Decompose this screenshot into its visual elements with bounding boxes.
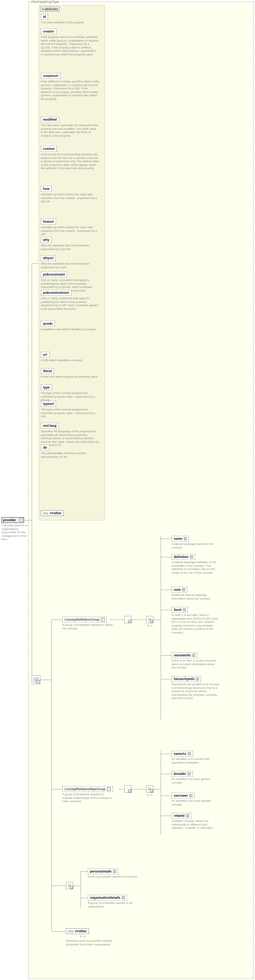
elem-desc: A link to an item or a web resource whic…: [171, 659, 219, 670]
elem-desc: An identifier of a concept with equivale…: [171, 757, 219, 764]
attr-desc: If the attribute is empty, specifies whi…: [41, 80, 99, 101]
provider-desc: The party (person or organisation) respo…: [2, 524, 31, 541]
attr-name[interactable]: uri: [41, 352, 49, 358]
attr-name[interactable]: howuri: [41, 219, 56, 224]
attr-name[interactable]: creator: [41, 29, 57, 34]
elem-desc: A natural language name for the concept.: [171, 542, 219, 549]
attr-desc: If the property value is not defined, sp…: [41, 35, 99, 56]
attr-name[interactable]: type: [41, 385, 52, 390]
connector: [154, 789, 161, 789]
cardinality: 0..∞: [80, 935, 86, 938]
attr-dir: dir The directionality of textual conten…: [41, 445, 99, 458]
elem-desc: A set of properties specific to a person: [88, 875, 139, 879]
attr-desc: The local identifier of the property.: [41, 21, 99, 24]
connector: [51, 789, 62, 789]
attr-qcode: qcode A qualified code which identifies …: [41, 321, 99, 331]
connector: [51, 620, 52, 931]
attr-desc: Why the metadata has been included - exp…: [41, 262, 99, 269]
elem-desc: A natural language definition of the sem…: [171, 560, 219, 574]
any-attribute[interactable]: any##other: [41, 510, 64, 516]
elem-desc: An identifier of a more generic concept.: [171, 777, 219, 784]
connector: [51, 620, 62, 620]
attr-name[interactable]: pubconstraint: [41, 272, 67, 277]
attr-id: id The local identifier of the property.: [41, 14, 99, 24]
elem-name[interactable]: name+: [171, 536, 189, 542]
connector: [81, 871, 81, 907]
attr-name[interactable]: typeuri: [41, 401, 56, 407]
attr-literal: literal A free-text value assigned as pr…: [41, 368, 99, 379]
attr-creator: creator If the property value is not def…: [41, 29, 99, 56]
provider-element[interactable]: provider: [2, 517, 24, 523]
attr-desc: The date (and, optionally, the time) whe…: [41, 124, 99, 137]
attr-how: how Indicates by which means the value w…: [41, 186, 99, 204]
cardinality: 0..∞: [147, 794, 153, 797]
cardinality: 0..∞: [147, 624, 153, 627]
connector: [32, 264, 39, 264]
connector: [51, 931, 66, 932]
elem-broader[interactable]: broader+: [171, 771, 193, 776]
attr-name[interactable]: custom: [41, 146, 57, 152]
attr-name[interactable]: literal: [41, 368, 54, 374]
cdg-choice[interactable]: [146, 616, 154, 623]
cdg-sequence[interactable]: [124, 616, 131, 623]
attr-name[interactable]: pubconstrainturi: [41, 290, 71, 296]
attr-name[interactable]: qcode: [41, 321, 55, 326]
elem-remoteInfo[interactable]: remoteInfo+: [171, 652, 198, 658]
crg-sequence[interactable]: [124, 785, 131, 793]
attr-desc: Indicates by which means the value was e…: [41, 193, 99, 204]
elem-desc: A related concept, where the relationshi…: [171, 819, 219, 830]
crg-choice[interactable]: [146, 785, 154, 793]
elem-desc: An identifier of a more specific concept…: [171, 799, 219, 806]
attr-desc: If set to true the corresponding propert…: [41, 153, 99, 170]
concept-relationships-group[interactable]: ConceptRelationshipsGroup: [62, 786, 113, 792]
elem-sameAs[interactable]: sameAs+: [171, 751, 193, 757]
elem-related[interactable]: related+: [171, 813, 191, 819]
elem-hierarchyInfo[interactable]: hierarchyInfo+: [171, 676, 201, 682]
attr-name[interactable]: dir: [41, 445, 49, 450]
elem-desc: In NAR 1.8 and later, facet is deprecate…: [171, 613, 219, 635]
connector: [131, 620, 146, 620]
elem-narrower[interactable]: narrower+: [171, 793, 195, 799]
attr-custom: custom If set to true the corresponding …: [41, 146, 99, 170]
connector: [73, 886, 81, 886]
elem-desc: Additional natural language information …: [171, 593, 219, 600]
details-choice[interactable]: [66, 882, 73, 889]
attr-xml:lang: xml:lang Specifies the language of this …: [41, 423, 99, 447]
attributes-header[interactable]: attributes: [40, 6, 60, 12]
attr-name[interactable]: whyuri: [41, 255, 56, 261]
diagram-canvas: FlexPartyPropType provider The party (pe…: [0, 0, 255, 980]
attr-name[interactable]: why: [41, 237, 52, 243]
attr-name[interactable]: xml:lang: [41, 423, 59, 429]
elem-facet[interactable]: facet+: [171, 607, 188, 612]
attr-typeuri: typeuri The type of the concept assigned…: [41, 401, 99, 418]
attr-name[interactable]: modified: [41, 117, 59, 123]
attr-name[interactable]: how: [41, 186, 52, 192]
connector: [110, 620, 124, 620]
any-other-desc: Extension point for provider-defined pro…: [66, 939, 117, 946]
elem-organisationDetails[interactable]: organisationDetails+: [88, 895, 127, 900]
connector: [32, 264, 32, 680]
elem-personDetails[interactable]: personDetails+: [88, 869, 119, 874]
concept-definition-group[interactable]: ConceptDefinitionGroup: [62, 617, 107, 622]
cdg-desc: A group of properties required to define…: [62, 623, 113, 630]
connector: [154, 620, 161, 620]
provider-name: provider: [3, 518, 16, 522]
attr-pubconstraint: pubconstraint One or many constraints th…: [41, 272, 99, 292]
attr-desc: The type of the concept assigned as cont…: [41, 391, 99, 402]
elem-definition[interactable]: definition+: [171, 554, 195, 560]
connector: [40, 680, 51, 680]
attr-desc: The directionality of textual content (e…: [41, 452, 99, 458]
connector: [161, 536, 161, 720]
elem-desc: Represents the position of a concept in …: [171, 682, 219, 700]
connector: [24, 520, 32, 520]
attr-desc: One or many constraints that apply to pu…: [41, 297, 99, 310]
attr-creatoruri: creatoruri If the attribute is empty, sp…: [41, 73, 99, 101]
connector: [161, 751, 161, 835]
elem-note[interactable]: note+: [171, 587, 187, 593]
attr-type: type The type of the concept assigned as…: [41, 385, 99, 402]
attr-name[interactable]: id: [41, 14, 48, 20]
attr-name[interactable]: creatoruri: [41, 73, 60, 79]
connector: [51, 886, 66, 886]
sequence-main[interactable]: [32, 675, 40, 684]
any-other-element[interactable]: any##other: [66, 928, 89, 934]
